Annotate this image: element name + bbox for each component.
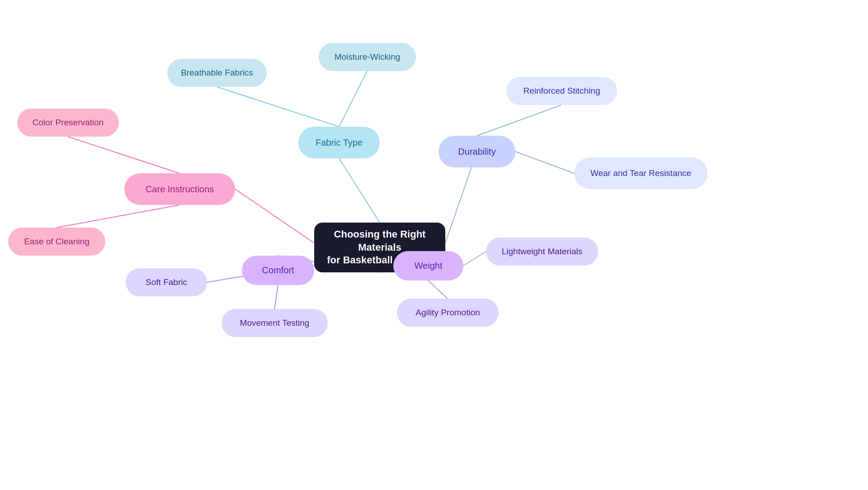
- agility-node[interactable]: Agility Promotion: [397, 299, 499, 327]
- lightweight-label: Lightweight Materials: [502, 247, 582, 257]
- soft-fabric-label: Soft Fabric: [146, 277, 187, 287]
- movement-node[interactable]: Movement Testing: [222, 309, 328, 337]
- durability-label: Durability: [458, 147, 495, 157]
- breathable-label: Breathable Fabrics: [181, 68, 253, 78]
- fabric-type-label: Fabric Type: [316, 138, 363, 148]
- reinforced-label: Reinforced Stitching: [523, 86, 600, 96]
- wear-tear-node[interactable]: Wear and Tear Resistance: [574, 157, 708, 189]
- wear-tear-label: Wear and Tear Resistance: [590, 168, 691, 178]
- soft-fabric-node[interactable]: Soft Fabric: [126, 268, 207, 296]
- svg-line-0: [339, 158, 380, 223]
- svg-line-13: [68, 137, 179, 173]
- fabric-type-node[interactable]: Fabric Type: [298, 127, 380, 158]
- color-pres-node[interactable]: Color Preservation: [17, 109, 119, 137]
- care-label: Care Instructions: [146, 184, 214, 195]
- svg-line-11: [274, 285, 278, 309]
- lightweight-node[interactable]: Lightweight Materials: [486, 238, 598, 266]
- movement-label: Movement Testing: [240, 318, 310, 328]
- svg-line-5: [515, 152, 574, 173]
- svg-line-14: [57, 205, 179, 228]
- comfort-label: Comfort: [262, 265, 294, 276]
- ease-clean-label: Ease of Cleaning: [24, 237, 90, 247]
- svg-line-8: [428, 281, 448, 299]
- weight-node[interactable]: Weight: [393, 251, 463, 281]
- moisture-node[interactable]: Moisture-Wicking: [319, 43, 416, 71]
- comfort-node[interactable]: Comfort: [242, 256, 314, 285]
- moisture-label: Moisture-Wicking: [335, 52, 401, 62]
- svg-line-2: [339, 71, 367, 127]
- color-pres-label: Color Preservation: [33, 118, 104, 128]
- ease-clean-node[interactable]: Ease of Cleaning: [8, 228, 105, 256]
- weight-label: Weight: [415, 261, 443, 271]
- svg-line-4: [477, 105, 561, 136]
- reinforced-node[interactable]: Reinforced Stitching: [506, 77, 617, 105]
- breathable-node[interactable]: Breathable Fabrics: [167, 59, 267, 87]
- agility-label: Agility Promotion: [415, 308, 480, 318]
- svg-line-7: [463, 252, 486, 266]
- svg-line-1: [217, 87, 339, 127]
- durability-node[interactable]: Durability: [439, 136, 515, 167]
- care-node[interactable]: Care Instructions: [124, 173, 235, 205]
- svg-line-12: [235, 189, 314, 243]
